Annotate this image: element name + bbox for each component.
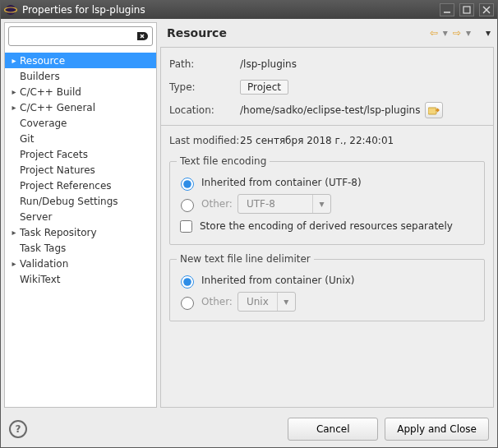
- sidebar-item-label: Builders: [20, 71, 60, 82]
- sidebar-item-label: Project Natures: [20, 164, 95, 176]
- filter-input[interactable]: [9, 30, 152, 42]
- store-derived-label: Store the encoding of derived resources …: [200, 220, 453, 232]
- back-menu-icon[interactable]: ▾: [443, 27, 448, 39]
- sidebar-item-task-repository[interactable]: ▸Task Repository: [5, 224, 156, 240]
- encoding-other-combo[interactable]: UTF-8 ▾: [237, 194, 331, 214]
- encoding-other-value: UTF-8: [238, 198, 312, 210]
- properties-dialog: Properties for lsp-plugins ▸ResourceBuil…: [0, 0, 498, 448]
- chevron-down-icon: ▾: [312, 195, 330, 213]
- type-value: Project: [240, 80, 288, 95]
- clear-filter-icon[interactable]: [136, 30, 149, 43]
- sidebar-item-server[interactable]: Server: [5, 209, 156, 224]
- sidebar-item-label: Resource: [20, 55, 65, 67]
- sidebar-item-label: WikiText: [20, 274, 61, 285]
- sidebar-item-label: C/C++ General: [20, 102, 95, 113]
- sidebar-item-run-debug-settings[interactable]: Run/Debug Settings: [5, 193, 156, 209]
- sidebar-item-project-facets[interactable]: Project Facets: [5, 146, 156, 162]
- encoding-other-label: Other:: [201, 198, 233, 210]
- tree-twisty-icon[interactable]: ▸: [8, 259, 20, 268]
- apply-close-button[interactable]: Apply and Close: [385, 418, 489, 441]
- view-menu-icon[interactable]: ▾: [486, 27, 491, 39]
- tree-twisty-icon[interactable]: ▸: [8, 103, 20, 112]
- modified-value: 25 сентября 2018 г., 22:40:01: [240, 135, 394, 146]
- encoding-group: Text file encoding Inherited from contai…: [169, 155, 485, 245]
- titlebar: Properties for lsp-plugins: [1, 1, 497, 19]
- sidebar-item-label: Project Facets: [20, 149, 88, 160]
- modified-row: Last modified: 25 сентября 2018 г., 22:4…: [169, 131, 485, 150]
- type-label: Type:: [169, 81, 240, 93]
- help-button[interactable]: ?: [9, 420, 27, 438]
- delimiter-legend: New text file line delimiter: [177, 253, 314, 265]
- sidebar-item-git[interactable]: Git: [5, 131, 156, 146]
- encoding-legend: Text file encoding: [177, 155, 270, 167]
- svg-point-0: [6, 5, 16, 15]
- delimiter-inherited-radio[interactable]: [181, 275, 194, 289]
- sidebar-item-resource[interactable]: ▸Resource: [5, 53, 156, 68]
- window-title: Properties for lsp-plugins: [22, 4, 435, 16]
- svg-rect-3: [463, 7, 470, 13]
- svg-rect-8: [428, 108, 436, 114]
- nav-tree: ▸ResourceBuilders▸C/C++ Build▸C/C++ Gene…: [5, 49, 156, 407]
- minimize-button[interactable]: [440, 3, 454, 16]
- sidebar-item-validation[interactable]: ▸Validation: [5, 256, 156, 271]
- sidebar-item-coverage[interactable]: Coverage: [5, 115, 156, 131]
- store-derived-checkbox[interactable]: [180, 220, 192, 233]
- cancel-button[interactable]: Cancel: [288, 418, 378, 441]
- modified-label: Last modified:: [169, 135, 240, 146]
- sidebar-item-label: Task Repository: [20, 227, 97, 238]
- delimiter-other-combo[interactable]: Unix ▾: [237, 292, 296, 312]
- encoding-inherited-radio[interactable]: [181, 178, 194, 191]
- delimiter-inherited-row: Inherited from container (Unix): [177, 270, 477, 291]
- sidebar-item-label: Server: [20, 211, 52, 223]
- sidebar-item-label: Run/Debug Settings: [20, 196, 118, 207]
- close-button[interactable]: [479, 3, 494, 16]
- tree-twisty-icon[interactable]: ▸: [8, 87, 20, 96]
- forward-icon[interactable]: ⇨: [453, 27, 461, 39]
- sidebar-item-project-references[interactable]: Project References: [5, 178, 156, 193]
- encoding-inherited-label: Inherited from container (UTF-8): [201, 177, 362, 188]
- resource-panel: Path: /lsp-plugins Type: Project Locatio…: [160, 47, 494, 408]
- content-header: Resource ⇦ ▾ ⇨ ▾ ▾: [160, 22, 494, 47]
- sidebar-item-label: C/C++ Build: [20, 86, 81, 98]
- sidebar-item-task-tags[interactable]: Task Tags: [5, 240, 156, 256]
- forward-menu-icon[interactable]: ▾: [466, 27, 471, 39]
- sidebar-item-project-natures[interactable]: Project Natures: [5, 162, 156, 178]
- delimiter-other-row: Other: Unix ▾: [177, 291, 477, 312]
- encoding-other-radio[interactable]: [181, 199, 194, 212]
- delimiter-other-value: Unix: [238, 296, 277, 307]
- page-title: Resource: [167, 26, 430, 39]
- path-label: Path:: [169, 58, 240, 70]
- sidebar: ▸ResourceBuilders▸C/C++ Build▸C/C++ Gene…: [4, 22, 157, 408]
- dialog-footer: ? Cancel Apply and Close: [1, 411, 497, 447]
- delimiter-other-radio[interactable]: [181, 297, 194, 310]
- sidebar-item-label: Project References: [20, 180, 112, 192]
- type-row: Type: Project: [169, 77, 485, 97]
- content-area: Resource ⇦ ▾ ⇨ ▾ ▾ Path: /lsp-plugins Ty…: [160, 22, 494, 408]
- delimiter-group: New text file line delimiter Inherited f…: [169, 253, 485, 321]
- encoding-other-row: Other: UTF-8 ▾: [177, 193, 477, 215]
- dialog-body: ▸ResourceBuilders▸C/C++ Build▸C/C++ Gene…: [1, 19, 497, 411]
- maximize-button[interactable]: [459, 3, 474, 16]
- back-icon[interactable]: ⇦: [430, 27, 438, 39]
- sidebar-item-c-c-general[interactable]: ▸C/C++ General: [5, 99, 156, 115]
- sidebar-item-label: Validation: [20, 258, 68, 270]
- encoding-inherited-row: Inherited from container (UTF-8): [177, 172, 477, 193]
- sidebar-item-label: Coverage: [20, 118, 67, 129]
- sidebar-item-label: Task Tags: [20, 242, 66, 254]
- chevron-down-icon: ▾: [277, 293, 295, 311]
- sidebar-item-wikitext[interactable]: WikiText: [5, 271, 156, 287]
- header-nav: ⇦ ▾ ⇨ ▾ ▾: [430, 27, 491, 39]
- tree-twisty-icon[interactable]: ▸: [8, 56, 20, 65]
- sidebar-item-c-c-build[interactable]: ▸C/C++ Build: [5, 84, 156, 99]
- eclipse-icon: [4, 4, 17, 16]
- filter-input-wrap: [8, 26, 153, 46]
- location-row: Location: /home/sadko/eclipse-test/lsp-p…: [169, 100, 485, 120]
- show-in-system-explorer-button[interactable]: [425, 102, 443, 118]
- location-value: /home/sadko/eclipse-test/lsp-plugins: [240, 104, 420, 116]
- location-label: Location:: [169, 104, 240, 116]
- path-value: /lsp-plugins: [240, 58, 297, 70]
- sidebar-item-builders[interactable]: Builders: [5, 68, 156, 84]
- delimiter-inherited-label: Inherited from container (Unix): [201, 275, 355, 286]
- delimiter-other-label: Other:: [201, 296, 233, 307]
- tree-twisty-icon[interactable]: ▸: [8, 228, 20, 237]
